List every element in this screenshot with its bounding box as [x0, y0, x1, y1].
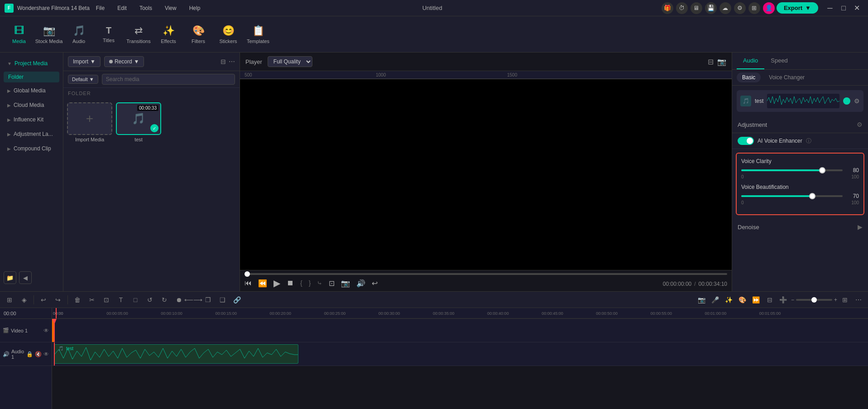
import-thumb[interactable]: + [67, 102, 112, 135]
close-button[interactable]: ✕ [851, 2, 863, 14]
minimize-button[interactable]: ─ [824, 2, 836, 14]
tl-paste-button[interactable]: ❑ [216, 294, 228, 306]
menu-file[interactable]: File [93, 3, 107, 13]
voice-beautification-slider[interactable] [741, 195, 843, 197]
tl-rotate-left-button[interactable]: ↺ [144, 294, 156, 306]
ai-voice-toggle[interactable] [738, 137, 754, 145]
tl-split-button[interactable]: ⟵⟶ [187, 294, 199, 306]
timeline-handle[interactable] [245, 271, 250, 277]
media-test-item[interactable]: 🎵 00:00:33 ✓ test [116, 102, 161, 288]
sidebar-item-adjustment[interactable]: ▶ Adjustment La... [2, 127, 61, 141]
tl-redo-button[interactable]: ↪ [52, 294, 64, 306]
screenshot-icon[interactable]: 📷 [717, 58, 726, 66]
settings-icon[interactable]: ⚙ [734, 2, 746, 14]
subtab-basic[interactable]: Basic [737, 72, 761, 82]
sort-button[interactable]: Default ▼ [68, 75, 98, 84]
tl-copy-button[interactable]: ❐ [202, 294, 214, 306]
playback-timeline[interactable] [245, 273, 727, 275]
test-thumb[interactable]: 🎵 00:00:33 ✓ [116, 102, 161, 135]
collapse-button[interactable]: ◀ [19, 271, 32, 284]
tl-magnet-button[interactable]: ◈ [18, 294, 30, 306]
toolbar-audio[interactable]: 🎵 Audio [64, 19, 93, 50]
collapse-icon[interactable]: ⚙ [857, 121, 863, 128]
return-icon[interactable]: ↩ [372, 279, 378, 288]
info-icon[interactable]: ⓘ [806, 137, 811, 145]
zoom-minus-icon[interactable]: − [791, 297, 794, 303]
zoom-slider[interactable] [796, 299, 832, 301]
toolbar-stock-media[interactable]: 📷 Stock Media [34, 19, 63, 50]
sidebar-item-cloud-media[interactable]: ▶ Cloud Media [2, 98, 61, 112]
audio-track-toggle[interactable] [843, 97, 850, 105]
step-back-button[interactable]: ⏮ [245, 279, 252, 287]
clock-icon[interactable]: ⏱ [676, 2, 688, 14]
tl-record-screen-button[interactable]: 📷 [696, 294, 708, 306]
sidebar-item-compound-clip[interactable]: ▶ Compound Clip [2, 142, 61, 155]
more-options-icon[interactable]: ⋯ [229, 58, 235, 65]
tl-speed-button[interactable]: ⏩ [750, 294, 762, 306]
camera-icon[interactable]: 📷 [341, 279, 350, 288]
tab-speed[interactable]: Speed [764, 53, 794, 69]
maximize-button[interactable]: □ [837, 2, 850, 14]
tl-link-button[interactable]: 🔗 [231, 294, 243, 306]
audio1-lock-button[interactable]: 🔒 [26, 351, 33, 357]
timeline-scroll-area[interactable]: 00:00 00:00:05:00 00:00:10:00 00:00:15:0… [52, 308, 868, 409]
sidebar-item-influence-kit[interactable]: ▶ Influence Kit [2, 113, 61, 126]
menu-view[interactable]: View [162, 3, 179, 13]
grid-icon[interactable]: ⊞ [748, 2, 760, 14]
audio1-eye-button[interactable]: 👁 [43, 351, 49, 357]
volume-icon[interactable]: 🔊 [356, 279, 365, 288]
video1-eye-button[interactable]: 👁 [43, 327, 49, 334]
export-button[interactable]: Export ▼ [777, 2, 818, 14]
audio1-mute-button[interactable]: 🔇 [35, 351, 42, 357]
voice-clarity-slider[interactable] [741, 169, 843, 171]
tl-layout-button[interactable]: ⊞ [839, 294, 851, 306]
menu-tools[interactable]: Tools [137, 3, 155, 13]
zoom-plus-icon[interactable]: + [834, 297, 837, 303]
tl-color-button[interactable]: 🎨 [737, 294, 748, 306]
toolbar-effects[interactable]: ✨ Effects [154, 19, 183, 50]
denoise-expand-icon[interactable]: ▶ [858, 223, 863, 231]
tl-plus-button[interactable]: ➕ [777, 294, 789, 306]
tl-resize-button[interactable]: ⊟ [764, 294, 776, 306]
toolbar-templates[interactable]: 📋 Templates [244, 19, 273, 50]
audio-clip[interactable]: 🎵 test [54, 344, 298, 364]
new-folder-button[interactable]: 📁 [4, 271, 16, 284]
voice-clarity-handle[interactable] [819, 167, 825, 173]
save-icon[interactable]: 💾 [705, 2, 717, 14]
toolbar-titles[interactable]: T Titles [94, 19, 123, 50]
split-view-icon[interactable]: ⊟ [708, 58, 714, 66]
play-button[interactable]: ▶ [273, 278, 280, 289]
toolbar-stickers[interactable]: 😊 Stickers [214, 19, 243, 50]
tl-shape-button[interactable]: □ [129, 294, 141, 306]
tl-rotate-right-button[interactable]: ↻ [158, 294, 170, 306]
menu-help[interactable]: Help [187, 3, 203, 13]
record-button[interactable]: Record ▼ [104, 56, 144, 67]
tl-text-button[interactable]: T [115, 294, 127, 306]
filter-icon[interactable]: ⊟ [221, 58, 226, 65]
tl-undo-button[interactable]: ↩ [38, 294, 49, 306]
search-input[interactable] [102, 74, 235, 85]
sidebar-folder[interactable]: Folder [4, 72, 59, 82]
tl-snap-button[interactable]: ⊞ [4, 294, 15, 306]
tl-cut-button[interactable]: ✂ [86, 294, 98, 306]
user-avatar[interactable]: 👤 [763, 2, 775, 14]
tab-audio[interactable]: Audio [737, 53, 764, 69]
sidebar-item-project-media[interactable]: ▼ Project Media [2, 57, 61, 70]
import-button[interactable]: Import ▼ [68, 56, 101, 67]
frame-back-button[interactable]: ⏪ [258, 279, 267, 288]
tl-crop-button[interactable]: ⊡ [101, 294, 112, 306]
tl-effect-button[interactable]: ✨ [723, 294, 735, 306]
tl-record-button[interactable]: ⏺ [173, 294, 185, 306]
zoom-handle[interactable] [811, 297, 817, 303]
sidebar-item-global-media[interactable]: ▶ Global Media [2, 84, 61, 97]
crop-icon[interactable]: ⊡ [329, 279, 335, 288]
toolbar-filters[interactable]: 🎨 Filters [184, 19, 213, 50]
tl-delete-button[interactable]: 🗑 [72, 294, 83, 306]
monitor-icon[interactable]: 🖥 [691, 2, 702, 14]
cloud-icon[interactable]: ☁ [719, 2, 731, 14]
gift-icon[interactable]: 🎁 [662, 2, 673, 14]
tl-audio-record-button[interactable]: 🎤 [710, 294, 721, 306]
toolbar-media[interactable]: 🎞 Media [5, 19, 34, 50]
media-import-item[interactable]: + Import Media [67, 102, 112, 288]
menu-edit[interactable]: Edit [115, 3, 129, 13]
